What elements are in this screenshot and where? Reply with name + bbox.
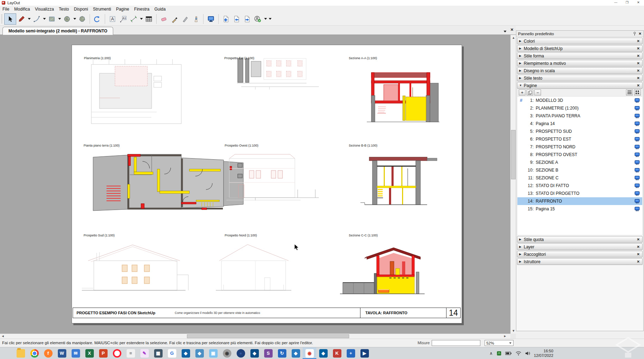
wifi-icon[interactable] [516, 351, 521, 355]
vertical-scrollbar-thumb[interactable] [511, 130, 516, 179]
toolbar-grip[interactable] [1, 14, 2, 24]
list-view-button[interactable] [626, 89, 633, 95]
battery-icon[interactable] [505, 351, 512, 355]
page-monitor-icon[interactable] [634, 176, 640, 180]
page-monitor-icon[interactable] [634, 145, 640, 149]
scroll-down-icon[interactable]: ▼ [511, 328, 516, 334]
circle-dropdown-icon[interactable] [72, 14, 77, 24]
section-close-icon[interactable]: ✕ [636, 83, 640, 87]
table-tool-button[interactable] [144, 14, 154, 24]
text-tool-button[interactable]: A [107, 14, 118, 24]
taskbar-icon-calculator[interactable]: ▦ [151, 347, 165, 359]
taskbar-icon-g-app[interactable]: G [165, 347, 179, 359]
section-close-icon[interactable]: ✕ [636, 47, 640, 50]
taskbar-icon-notepad[interactable]: ≡ [124, 347, 138, 359]
add-page-button[interactable]: + [519, 89, 525, 95]
page-row-7[interactable]: 7: PROSPETTO NORD [517, 143, 642, 151]
taskbar-icon-sketchup-viewer[interactable]: ◆ [193, 347, 206, 359]
add-page-tool-button[interactable] [221, 14, 231, 24]
previous-page-tool-button[interactable] [231, 14, 242, 24]
polygon-tool-button[interactable] [77, 14, 87, 24]
pan-orbit-tool-button[interactable] [92, 14, 103, 24]
account-tool-button[interactable] [253, 14, 263, 24]
style-eyedropper-tool-button[interactable] [169, 14, 180, 24]
close-button[interactable]: ✕ [633, 0, 644, 6]
page-monitor-icon[interactable] [634, 191, 640, 196]
taskbar-icon-gimp[interactable]: ◉ [220, 347, 234, 359]
page-monitor-icon[interactable] [634, 207, 640, 211]
scroll-right-icon[interactable]: ► [502, 334, 508, 339]
taskbar-icon-start[interactable] [0, 347, 14, 359]
section-close-icon[interactable]: ✕ [636, 39, 640, 43]
taskbar-icon-sketchup-pro[interactable]: ◆ [248, 347, 261, 359]
section-close-icon[interactable]: ✕ [636, 61, 640, 65]
horizontal-scrollbar[interactable]: ◄ ► [0, 334, 510, 339]
taskbar-icon-mail-app[interactable]: ✉ [69, 347, 83, 359]
layout-sheet[interactable]: Planimetria (1:200)Prospetto Est (1:100)… [72, 45, 462, 323]
menu-guida[interactable]: Guida [152, 6, 168, 12]
section-close-icon[interactable]: ✕ [636, 54, 640, 58]
zoom-level-select[interactable]: 52% [485, 340, 514, 346]
taskbar-icon-films-tv[interactable]: ▶ [358, 347, 371, 359]
page-monitor-icon[interactable] [634, 114, 640, 118]
panel-close-icon[interactable]: ✕ [639, 32, 642, 36]
page-row-12[interactable]: 12: STATO DI FATTO [517, 182, 642, 190]
taskbar-icon-navy-sphere-app[interactable]: ● [234, 347, 248, 359]
menu-visualizza[interactable]: Visualizza [32, 6, 56, 12]
section-disegno-in-scala[interactable]: ▶ Disegno in scala ✕ [517, 67, 643, 74]
taskbar-icon-trimble-connect[interactable]: + [344, 347, 358, 359]
duplicate-page-button[interactable] [527, 89, 533, 95]
page-row-9[interactable]: 9: SEZIONE A [517, 159, 642, 166]
eraser-tool-button[interactable] [159, 14, 169, 24]
page-row-5[interactable]: 5: PROSPETTO SUD [517, 128, 642, 135]
label-tool-button[interactable]: A1 [118, 14, 128, 24]
taskbar-icon-paint-3d[interactable]: ✎ [138, 347, 151, 359]
page-row-14[interactable]: 14: RAFFRONTO [517, 197, 642, 205]
vertical-scrollbar[interactable]: ▲ ▼ [510, 35, 516, 334]
document-tab[interactable]: Modello semi-integrato (2 modelli) - RAF… [2, 27, 113, 35]
page-monitor-icon[interactable] [634, 98, 640, 103]
misure-input[interactable] [432, 340, 480, 346]
taskbar-icon-sketchup-make[interactable]: ◆ [289, 347, 303, 359]
page-row-1[interactable]: 1: MODELLO 3D [517, 97, 642, 104]
section-layer[interactable]: ▶ Layer ✕ [517, 243, 643, 250]
section-pagine[interactable]: ▼ Pagine ✕ [517, 82, 643, 89]
menu-pagine[interactable]: Pagine [114, 6, 132, 12]
clock[interactable]: 16:50 12/07/2022 [534, 349, 553, 358]
taskbar-icon-layout[interactable]: ◉ [303, 347, 316, 359]
taskbar-icon-word[interactable]: W [55, 347, 69, 359]
next-page-tool-button[interactable] [242, 14, 253, 24]
rectangle-dropdown-icon[interactable] [57, 14, 62, 24]
page-monitor-icon[interactable] [634, 153, 640, 157]
menu-disponi[interactable]: Disponi [72, 6, 91, 12]
taskbar-icon-opera[interactable] [110, 347, 124, 359]
page-monitor-icon[interactable] [634, 184, 640, 188]
page-monitor-icon[interactable] [634, 160, 640, 165]
section-istruttore[interactable]: ▶ Istruttore ✕ [517, 258, 643, 265]
tray-expand-icon[interactable]: ∧ [490, 351, 493, 356]
gpu-tray-icon[interactable] [497, 351, 502, 356]
section-raccoglitori[interactable]: ▶ Raccoglitori ✕ [517, 251, 643, 258]
page-row-4[interactable]: 4: Pagina 14 [517, 120, 642, 128]
select-tool-button[interactable] [4, 13, 16, 25]
section-riempimento-a-motivo[interactable]: ▶ Riempimento a motivo ✕ [517, 60, 643, 67]
section-stile-quota[interactable]: ▶ Stile quota ✕ [517, 236, 643, 243]
taskbar-icon-file-explorer[interactable] [14, 347, 28, 359]
section-close-icon[interactable]: ✕ [636, 76, 640, 80]
section-close-icon[interactable]: ✕ [636, 252, 640, 256]
arc-dropdown-icon[interactable] [42, 14, 47, 24]
minimize-button[interactable]: — [610, 0, 621, 6]
circle-tool-button[interactable] [62, 14, 72, 24]
speaker-icon[interactable] [525, 351, 530, 355]
taskbar-icon-sketchup-2021[interactable]: ◆ [316, 347, 330, 359]
menu-strumenti[interactable]: Strumenti [91, 6, 114, 12]
scroll-left-icon[interactable]: ◄ [0, 334, 6, 339]
tab-close-icon[interactable]: ✕ [510, 27, 514, 32]
section-close-icon[interactable]: ✕ [636, 260, 640, 264]
maximize-button[interactable]: ❐ [621, 0, 633, 6]
taskbar-icon-sketchup[interactable]: ◆ [179, 347, 193, 359]
taskbar-icon-firefox[interactable]: f [41, 347, 55, 359]
overflow-dropdown-icon[interactable] [268, 14, 272, 24]
presentation-tool-button[interactable] [206, 14, 216, 24]
section-colori[interactable]: ▶ Colori ✕ [517, 38, 643, 44]
